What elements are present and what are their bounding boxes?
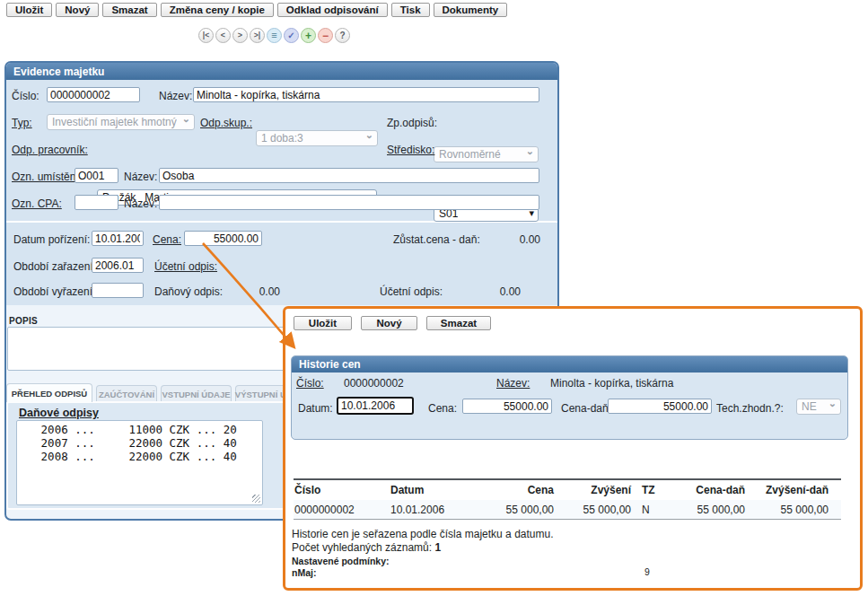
resize-grip-icon[interactable] [252, 495, 260, 503]
confirm-check-icon[interactable]: ✓ [284, 28, 299, 43]
overlay-save-button[interactable]: Uložit [294, 316, 352, 330]
zustat-cena-value: 0.00 [473, 233, 540, 246]
danove-odpisy-link[interactable]: Daňové odpisy [15, 407, 102, 419]
delete-button[interactable]: Smazat [102, 3, 156, 17]
ozn-cpa-label-link[interactable]: Ozn. CPA: [12, 197, 62, 210]
hist-cislo-value: 0000000002 [344, 377, 404, 390]
cell: 55 000,00 [667, 504, 745, 516]
datum-porizeni-label: Datum pořízení: [13, 233, 90, 246]
cpa-nazev-input[interactable] [159, 195, 539, 210]
stredisko-label-link[interactable]: Středisko: [387, 144, 434, 156]
obdobi-vyrazeni-input[interactable] [92, 283, 144, 298]
popis-label: POPIS [9, 316, 38, 326]
cislo-input[interactable] [47, 87, 140, 102]
cell: 55 000,00 [745, 504, 841, 516]
hist-datum-label: Datum: [298, 402, 333, 415]
nazev-input[interactable] [193, 87, 539, 102]
cislo-label: Číslo: [12, 90, 39, 102]
overlay-toolbar: Uložit Nový Smazat [294, 316, 491, 330]
cena-label-link[interactable]: Cena: [153, 233, 181, 246]
overlay-new-button[interactable]: Nový [361, 316, 417, 330]
tech-zhodn-select: NE [796, 399, 841, 415]
table-row[interactable]: 0000000002 10.01.2006 55 000,00 55 000,0… [294, 500, 841, 519]
record-navigation: |< < > >| ≡ ✓ + − ? [198, 28, 350, 43]
cena-input[interactable] [184, 231, 262, 246]
ozn-umisteni-input[interactable] [75, 168, 118, 183]
cell: 55 000,00 [554, 504, 631, 516]
last-record-icon[interactable]: >| [250, 28, 265, 43]
hist-cena-input[interactable] [462, 399, 552, 414]
cell: N [631, 504, 667, 516]
typ-label-link[interactable]: Typ: [12, 117, 32, 129]
tab-vstupni-udaje[interactable]: VSTUPNÍ ÚDAJE [161, 385, 232, 402]
record-count-note: Počet vyhledaných záznamů: 1 [292, 541, 441, 554]
nazev-label: Název: [159, 90, 192, 102]
tab-zauctovani[interactable]: ZAÚČTOVÁNÍ [96, 385, 157, 402]
ozn-umisteni-label-link[interactable]: Ozn. umístění: [12, 171, 82, 183]
hist-nazev-label-link[interactable]: Název: [496, 377, 530, 390]
print-button[interactable]: Tisk [391, 3, 430, 17]
new-button[interactable]: Nový [56, 3, 99, 17]
odp-skup-label-link[interactable]: Odp.skup.: [200, 117, 252, 129]
overlay-delete-button[interactable]: Smazat [426, 316, 491, 330]
documents-button[interactable]: Dokumenty [434, 3, 508, 17]
panel-title: Evidence majetku [6, 63, 557, 80]
first-record-icon[interactable]: |< [198, 28, 214, 43]
tab-prehled-odpisu[interactable]: PŘEHLED ODPISŮ [6, 383, 92, 402]
typ-value: Investiční majetek hmotný [52, 116, 177, 128]
col-header: Zvýšení-daň [745, 484, 841, 496]
record-count-value: 1 [434, 541, 441, 554]
ucetni-odpis2-value: 0.00 [453, 285, 521, 298]
help-icon[interactable]: ? [335, 28, 350, 43]
obdobi-vyrazeni-label: Období vyřazení: [13, 285, 95, 298]
danove-odpisy-textarea[interactable]: 2006 ... 11000 CZK ... 20 2007 ... 22000… [16, 420, 263, 505]
zp-odpisu-value: Rovnoměrné [439, 148, 501, 161]
zustat-cena-label: Zůstat.cena - daň: [393, 233, 480, 246]
col-header: Číslo [294, 484, 390, 496]
table-header-row: Číslo Datum Cena Zvýšení TZ Cena-daň Zvý… [294, 480, 841, 500]
hist-nazev-value: Minolta - kopírka, tiskárna [550, 377, 673, 390]
odp-skup-value: 1 doba:3 [261, 132, 303, 145]
app-window: Uložit Nový Smazat Změna ceny / kopie Od… [0, 0, 868, 596]
next-record-icon[interactable]: > [232, 28, 248, 43]
price-history-overlay: Uložit Nový Smazat Historie cen Číslo: 0… [283, 306, 863, 591]
price-history-title: Historie cen [292, 356, 847, 372]
depreciation-deferral-button[interactable]: Odklad odpisování [277, 3, 388, 17]
save-button[interactable]: Uložit [6, 3, 52, 17]
umisteni-nazev-label: Název: [124, 171, 157, 183]
hist-cislo-label-link[interactable]: Číslo: [296, 377, 324, 390]
nmaj-label: nMaj: [292, 567, 316, 578]
datum-porizeni-input[interactable] [92, 231, 144, 246]
prev-record-icon[interactable]: < [215, 28, 231, 43]
tech-zhodn-value: NE [802, 400, 817, 413]
col-header: Zvýšení [554, 484, 631, 496]
col-header: Cena [480, 484, 554, 496]
danovy-odpis-value: 0.00 [213, 285, 280, 298]
tech-zhodn-label: Tech.zhodn.?: [716, 402, 784, 415]
umisteni-nazev-input[interactable] [159, 168, 539, 183]
odp-pracovnik-label-link[interactable]: Odp. pracovník: [12, 144, 88, 156]
add-plus-icon[interactable]: + [301, 28, 316, 43]
ucetni-odpis-label-link[interactable]: Účetní odpis: [154, 260, 217, 273]
remove-minus-icon[interactable]: − [318, 28, 333, 43]
conditions-note: Nastavené podmínky: [292, 556, 390, 566]
hist-datum-input[interactable] [337, 397, 414, 415]
toolbar: Uložit Nový Smazat Změna ceny / kopie Od… [6, 3, 507, 17]
hist-cena-label: Cena: [428, 402, 457, 415]
cell: 55 000,00 [480, 504, 554, 516]
nmaj-value: 9 [644, 566, 650, 577]
list-icon[interactable]: ≡ [267, 28, 282, 43]
obdobi-zarazeni-input[interactable] [92, 258, 144, 273]
typ-select: Investiční majetek hmotný [47, 114, 195, 130]
ucetni-odpis2-label: Účetní odpis: [380, 285, 443, 298]
hist-cena-dan-input[interactable] [608, 399, 712, 414]
price-change-copy-button[interactable]: Změna ceny / kopie [161, 3, 274, 17]
record-count-label: Počet vyhledaných záznamů: [292, 541, 432, 554]
cell: 0000000002 [294, 504, 390, 516]
sort-note: Historie cen je seřazena podle čísla maj… [292, 528, 554, 540]
col-header: Datum [390, 484, 480, 496]
col-header: TZ [631, 484, 667, 496]
cell: 10.01.2006 [390, 504, 480, 516]
ozn-cpa-input[interactable] [75, 195, 118, 210]
price-history-panel: Historie cen Číslo: 0000000002 Název: Mi… [291, 355, 848, 440]
